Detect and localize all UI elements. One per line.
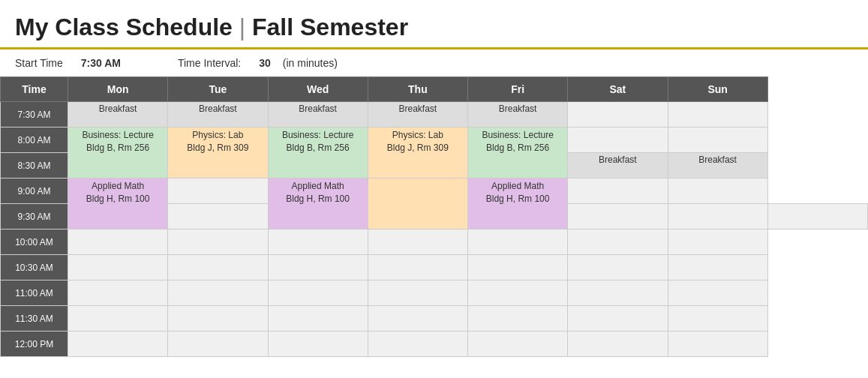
cell-breakfast: Breakfast <box>168 102 268 128</box>
cell-empty <box>668 332 767 357</box>
cell-empty <box>668 280 767 306</box>
header-row: Time Mon Tue Wed Thu Fri Sat Sun <box>1 77 868 102</box>
cell-empty <box>268 280 368 306</box>
col-fri: Fri <box>468 77 568 102</box>
cell-empty <box>68 255 168 280</box>
class-cell: Applied MathBldg H, Rm 100 <box>68 178 168 230</box>
cell-empty <box>268 332 368 357</box>
meta-row: Start Time 7:30 AM Time Interval: 30 (in… <box>0 50 868 76</box>
cell-empty <box>268 255 368 280</box>
cell-empty <box>168 280 268 306</box>
cell-orange-cont <box>368 178 467 230</box>
cell-empty <box>668 230 767 255</box>
table-row: 12:00 PM <box>1 332 868 357</box>
interval-unit: (in minutes) <box>283 57 338 69</box>
class-cell: Physics: LabBldg J, Rm 309 <box>168 128 268 178</box>
cell-empty <box>168 255 268 280</box>
table-row: 11:00 AM <box>1 280 868 306</box>
start-time-value: 7:30 AM <box>81 57 121 69</box>
cell-empty <box>568 280 668 306</box>
class-cell: Business: LectureBldg B, Rm 256 <box>68 128 168 178</box>
cell-empty <box>668 102 767 128</box>
title-main: My Class Schedule <box>15 14 233 40</box>
cell-empty <box>368 280 467 306</box>
time-cell: 9:30 AM <box>1 204 68 230</box>
cell-breakfast: Breakfast <box>68 102 168 128</box>
cell-empty <box>668 306 767 332</box>
cell-empty <box>368 332 467 357</box>
cell-empty <box>468 306 568 332</box>
col-sun: Sun <box>668 77 767 102</box>
cell-empty <box>468 230 568 255</box>
time-cell: 11:30 AM <box>1 306 68 332</box>
class-cell: Physics: LabBldg J, Rm 309 <box>368 128 467 178</box>
time-cell: 11:00 AM <box>1 280 68 306</box>
cell-empty <box>68 280 168 306</box>
cell-empty <box>568 332 668 357</box>
cell-empty <box>568 306 668 332</box>
cell-breakfast: Breakfast <box>668 153 767 178</box>
cell-empty <box>568 128 668 153</box>
cell-empty <box>68 230 168 255</box>
cell-empty <box>568 255 668 280</box>
cell-empty <box>468 332 568 357</box>
time-cell: 7:30 AM <box>1 102 68 128</box>
cell-empty <box>268 306 368 332</box>
time-cell: 10:30 AM <box>1 255 68 280</box>
table-row: 10:30 AM <box>1 255 868 280</box>
cell-empty <box>168 306 268 332</box>
cell-empty <box>468 255 568 280</box>
cell-empty <box>168 178 268 204</box>
col-tue: Tue <box>168 77 268 102</box>
cell-empty <box>568 178 668 204</box>
cell-empty <box>767 204 867 230</box>
cell-breakfast: Breakfast <box>268 102 368 128</box>
cell-empty <box>68 306 168 332</box>
cell-empty <box>568 230 668 255</box>
cell-empty <box>168 230 268 255</box>
page-title: My Class Schedule | Fall Semester <box>15 14 853 41</box>
interval-value: 30 <box>259 57 271 69</box>
cell-empty <box>268 230 368 255</box>
time-cell: 12:00 PM <box>1 332 68 357</box>
cell-empty <box>168 332 268 357</box>
col-mon: Mon <box>68 77 168 102</box>
class-cell: Business: LectureBldg B, Rm 256 <box>268 128 368 178</box>
cell-empty <box>368 230 467 255</box>
cell-empty <box>468 280 568 306</box>
time-cell: 8:00 AM <box>1 128 68 153</box>
table-row: 7:30 AM Breakfast Breakfast Breakfast Br… <box>1 102 868 128</box>
table-row: 11:30 AM <box>1 306 868 332</box>
cell-empty <box>668 128 767 153</box>
cell-breakfast: Breakfast <box>568 153 668 178</box>
col-thu: Thu <box>368 77 467 102</box>
class-cell: Applied MathBldg H, Rm 100 <box>268 178 368 230</box>
start-time-label: Start Time <box>15 57 63 69</box>
table-row: 10:00 AM <box>1 230 868 255</box>
schedule-table: Time Mon Tue Wed Thu Fri Sat Sun 7:30 AM… <box>0 76 868 357</box>
col-sat: Sat <box>568 77 668 102</box>
cell-empty <box>668 178 767 204</box>
time-cell: 10:00 AM <box>1 230 68 255</box>
interval-label: Time Interval: <box>178 57 241 69</box>
cell-empty <box>668 204 767 230</box>
cell-empty <box>568 204 668 230</box>
table-row: 8:00 AM Business: LectureBldg B, Rm 256 … <box>1 128 868 153</box>
cell-empty <box>368 306 467 332</box>
cell-empty <box>368 255 467 280</box>
col-time: Time <box>1 77 68 102</box>
title-sub: Fall Semester <box>252 14 408 40</box>
class-cell: Business: LectureBldg B, Rm 256 <box>468 128 568 178</box>
time-cell: 9:00 AM <box>1 178 68 204</box>
cell-empty <box>68 332 168 357</box>
title-separator: | <box>239 14 245 40</box>
cell-empty <box>168 204 268 230</box>
cell-breakfast: Breakfast <box>368 102 467 128</box>
page-header: My Class Schedule | Fall Semester <box>0 0 868 50</box>
cell-empty <box>568 102 668 128</box>
class-cell: Applied MathBldg H, Rm 100 <box>468 178 568 230</box>
table-row: 9:00 AM Applied MathBldg H, Rm 100 Appli… <box>1 178 868 204</box>
cell-breakfast: Breakfast <box>468 102 568 128</box>
time-cell: 8:30 AM <box>1 153 68 178</box>
col-wed: Wed <box>268 77 368 102</box>
